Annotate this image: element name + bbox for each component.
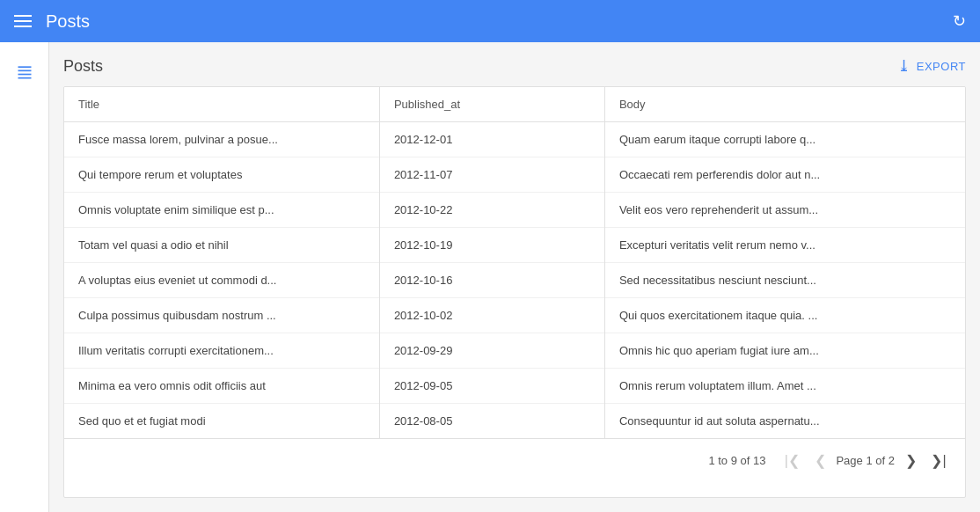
app-bar: Posts ↻ [0,0,980,42]
cell-published-at: 2012-09-05 [379,369,604,404]
main-content: Posts ⤓ EXPORT Title Published_at Body F… [49,42,980,512]
cell-published-at: 2012-10-02 [379,298,604,333]
cell-title: Sed quo et et fugiat modi [64,404,379,439]
col-header-body: Body [604,87,965,122]
next-page-button[interactable]: ❯ [898,448,923,472]
cell-published-at: 2012-10-19 [379,228,604,263]
page-header: Posts ⤓ EXPORT [63,56,966,76]
cell-body: Occaecati rem perferendis dolor aut n... [604,157,965,193]
cell-body: Omnis rerum voluptatem illum. Amet ... [604,369,965,404]
refresh-icon[interactable]: ↻ [953,11,966,31]
cell-body: Omnis hic quo aperiam fugiat iure am... [604,333,965,369]
table-body: Fusce massa lorem, pulvinar a posue...20… [64,122,965,439]
cell-body: Quam earum itaque corrupti labore q... [604,122,965,157]
table-row[interactable]: Culpa possimus quibusdam nostrum ...2012… [64,298,965,333]
cell-published-at: 2012-10-16 [379,263,604,298]
export-icon: ⤓ [897,56,911,76]
pagination-controls: |❮ ❮ Page 1 of 2 ❯ ❯| [779,448,951,472]
cell-published-at: 2012-10-22 [379,193,604,228]
svg-rect-2 [18,74,31,76]
sidebar [0,42,49,512]
cell-published-at: 2012-12-01 [379,122,604,157]
last-page-button[interactable]: ❯| [926,448,951,472]
pagination: 1 to 9 of 13 |❮ ❮ Page 1 of 2 ❯ ❯| [64,438,965,481]
cell-title: Illum veritatis corrupti exercitationem.… [64,333,379,369]
export-button[interactable]: ⤓ EXPORT [897,56,966,76]
col-header-published-at: Published_at [379,87,604,122]
table-container: Title Published_at Body Fusce massa lore… [63,86,966,498]
svg-rect-1 [18,70,31,72]
table-row[interactable]: Sed quo et et fugiat modi2012-08-05Conse… [64,404,965,439]
app-bar-title: Posts [46,11,90,32]
posts-table: Title Published_at Body Fusce massa lore… [64,87,965,438]
cell-body: Consequuntur id aut soluta aspernatu... [604,404,965,439]
list-icon [16,63,33,81]
table-row[interactable]: Illum veritatis corrupti exercitationem.… [64,333,965,369]
pagination-range: 1 to 9 of 13 [708,454,765,467]
cell-body: Velit eos vero reprehenderit ut assum... [604,193,965,228]
prev-page-button[interactable]: ❮ [808,448,832,472]
cell-body: Excepturi veritatis velit rerum nemo v..… [604,228,965,263]
cell-title: Minima ea vero omnis odit officiis aut [64,369,379,404]
cell-published-at: 2012-09-29 [379,333,604,369]
page-label: Page 1 of 2 [836,454,895,467]
table-row[interactable]: A voluptas eius eveniet ut commodi d...2… [64,263,965,298]
cell-title: Qui tempore rerum et voluptates [64,157,379,193]
table-row[interactable]: Qui tempore rerum et voluptates2012-11-0… [64,157,965,193]
table-header: Title Published_at Body [64,87,965,122]
svg-rect-3 [18,77,31,79]
cell-body: Qui quos exercitationem itaque quia. ... [604,298,965,333]
cell-published-at: 2012-11-07 [379,157,604,193]
export-label: EXPORT [917,60,966,73]
cell-published-at: 2012-08-05 [379,404,604,439]
table-row[interactable]: Minima ea vero omnis odit officiis aut20… [64,369,965,404]
cell-body: Sed necessitatibus nesciunt nesciunt... [604,263,965,298]
col-header-title: Title [64,87,379,122]
first-page-button[interactable]: |❮ [779,448,804,472]
table-row[interactable]: Fusce massa lorem, pulvinar a posue...20… [64,122,965,157]
layout: Posts ⤓ EXPORT Title Published_at Body F… [0,42,980,512]
table-row[interactable]: Omnis voluptate enim similique est p...2… [64,193,965,228]
page-title: Posts [63,57,103,76]
app-bar-left: Posts [14,11,90,32]
cell-title: Omnis voluptate enim similique est p... [64,193,379,228]
svg-rect-0 [18,66,31,68]
table-row[interactable]: Totam vel quasi a odio et nihil2012-10-1… [64,228,965,263]
cell-title: Fusce massa lorem, pulvinar a posue... [64,122,379,157]
cell-title: Totam vel quasi a odio et nihil [64,228,379,263]
cell-title: A voluptas eius eveniet ut commodi d... [64,263,379,298]
hamburger-icon[interactable] [14,15,32,27]
sidebar-item-posts[interactable] [0,53,48,91]
cell-title: Culpa possimus quibusdam nostrum ... [64,298,379,333]
